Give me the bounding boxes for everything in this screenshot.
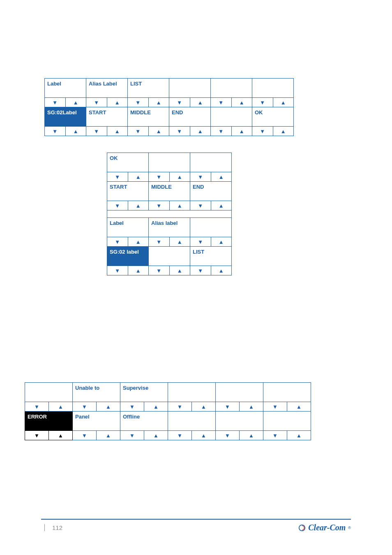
down-arrow-icon: ▼ — [149, 237, 169, 246]
t3-r1-c5 — [216, 383, 263, 402]
t1-r1-c1: Label — [45, 79, 86, 97]
up-arrow-icon: ▲ — [148, 127, 169, 136]
down-arrow-icon: ▼ — [169, 127, 190, 136]
down-arrow-icon: ▼ — [128, 127, 148, 136]
t2-r3-c1: Label — [107, 218, 148, 237]
t1-r2-c1: SG:02Label — [45, 107, 86, 126]
t3-r2-c5 — [216, 412, 263, 430]
down-arrow-icon: ▼ — [216, 431, 239, 440]
t2-r3-c2: Alias label — [149, 218, 190, 237]
up-arrow-icon: ▲ — [273, 98, 294, 107]
up-arrow-icon: ▲ — [211, 172, 232, 181]
down-arrow-icon: ▼ — [168, 431, 191, 440]
down-arrow-icon: ▼ — [190, 201, 211, 210]
brand-logo: Clear-Com® — [298, 523, 351, 532]
up-arrow-icon: ▲ — [190, 98, 211, 107]
t1-r1-c6 — [252, 79, 293, 97]
down-arrow-icon: ▼ — [107, 201, 128, 210]
up-arrow-icon: ▲ — [48, 402, 72, 411]
down-arrow-icon: ▼ — [45, 98, 65, 107]
down-arrow-icon: ▼ — [252, 98, 273, 107]
up-arrow-icon: ▲ — [169, 172, 190, 181]
display-table-3: Unable to Supervise ▼▲ ▼▲ ▼▲ ▼▲ ▼▲ ▼▲ ER… — [25, 382, 311, 440]
down-arrow-icon: ▼ — [86, 127, 107, 136]
up-arrow-icon: ▲ — [128, 201, 149, 210]
up-arrow-icon: ▲ — [239, 402, 263, 411]
t1-r1-c2: Alias Label — [86, 79, 127, 97]
t3-r1-c4 — [168, 383, 215, 402]
t3-r2-c4 — [168, 412, 215, 430]
brand-name: Clear-Com — [308, 523, 346, 532]
t1-r2-c4: END — [169, 107, 210, 126]
logo-icon — [298, 524, 306, 532]
down-arrow-icon: ▼ — [211, 127, 231, 136]
up-arrow-icon: ▲ — [191, 431, 215, 440]
t1-r2-c3: MIDDLE — [128, 107, 169, 126]
up-arrow-icon: ▲ — [211, 201, 232, 210]
t3-r1-c3: Supervise — [120, 383, 168, 402]
page-number: 112 — [44, 524, 62, 531]
t2-r2-c2: MIDDLE — [149, 182, 190, 201]
down-arrow-icon: ▼ — [149, 201, 169, 210]
down-arrow-icon: ▼ — [107, 237, 128, 246]
up-arrow-icon: ▲ — [190, 127, 211, 136]
up-arrow-icon: ▲ — [231, 98, 252, 107]
t1-r1-c3: LIST — [128, 79, 169, 97]
down-arrow-icon: ▼ — [190, 172, 211, 181]
t2-r3-c3 — [190, 218, 231, 237]
down-arrow-icon: ▼ — [190, 237, 211, 246]
down-arrow-icon: ▼ — [45, 127, 65, 136]
down-arrow-icon: ▼ — [149, 172, 169, 181]
t2-r1-c2 — [149, 153, 190, 172]
down-arrow-icon: ▼ — [169, 98, 190, 107]
t1-r1-c4 — [169, 79, 210, 97]
t1-r2-c6: OK — [252, 107, 293, 126]
t3-r2-c3: Offline — [120, 412, 168, 430]
down-arrow-icon: ▼ — [211, 98, 231, 107]
up-arrow-icon: ▲ — [169, 201, 190, 210]
display-table-1: Label Alias Label LIST ▼▲ ▼▲ ▼▲ ▼▲ ▼▲ ▼▲… — [44, 78, 294, 136]
t1-r2-c5 — [211, 107, 252, 126]
up-arrow-icon: ▲ — [191, 402, 215, 411]
up-arrow-icon: ▲ — [169, 237, 190, 246]
down-arrow-icon: ▼ — [263, 402, 287, 411]
t3-r2-c2: Panel — [73, 412, 120, 430]
up-arrow-icon: ▲ — [148, 98, 169, 107]
up-arrow-icon: ▲ — [273, 127, 294, 136]
down-arrow-icon: ▼ — [86, 98, 107, 107]
page-footer: 112 Clear-Com® — [41, 519, 351, 532]
up-arrow-icon: ▲ — [211, 237, 232, 246]
t3-r1-c6 — [263, 383, 311, 402]
up-arrow-icon: ▲ — [231, 127, 252, 136]
up-arrow-icon: ▲ — [144, 402, 168, 411]
down-arrow-icon: ▼ — [107, 266, 128, 275]
up-arrow-icon: ▲ — [239, 431, 263, 440]
up-arrow-icon: ▲ — [96, 402, 120, 411]
display-table-2: OK ▼▲ ▼▲ ▼▲ START MIDDLE END ▼▲ ▼▲ ▼▲ L — [107, 153, 232, 275]
up-arrow-icon: ▲ — [144, 431, 168, 440]
up-arrow-icon: ▲ — [287, 431, 311, 440]
t3-r2-c6 — [263, 412, 311, 430]
up-arrow-icon: ▲ — [48, 431, 72, 440]
down-arrow-icon: ▼ — [25, 431, 48, 440]
down-arrow-icon: ▼ — [168, 402, 191, 411]
up-arrow-icon: ▲ — [287, 402, 311, 411]
down-arrow-icon: ▼ — [190, 266, 211, 275]
t3-r1-c2: Unable to — [73, 383, 120, 402]
t3-r1-c1 — [25, 383, 72, 402]
down-arrow-icon: ▼ — [120, 402, 144, 411]
registered-icon: ® — [348, 526, 351, 530]
t2-r4-c2 — [149, 247, 190, 266]
down-arrow-icon: ▼ — [252, 127, 273, 136]
up-arrow-icon: ▲ — [211, 266, 232, 275]
down-arrow-icon: ▼ — [73, 402, 96, 411]
up-arrow-icon: ▲ — [65, 127, 86, 136]
t2-r2-c3: END — [190, 182, 231, 201]
up-arrow-icon: ▲ — [128, 237, 149, 246]
t2-r1-c3 — [190, 153, 231, 172]
t1-r2-c2: START — [86, 107, 127, 126]
down-arrow-icon: ▼ — [216, 402, 239, 411]
up-arrow-icon: ▲ — [169, 266, 190, 275]
t3-r2-c1: ERROR — [25, 412, 72, 430]
up-arrow-icon: ▲ — [128, 266, 149, 275]
